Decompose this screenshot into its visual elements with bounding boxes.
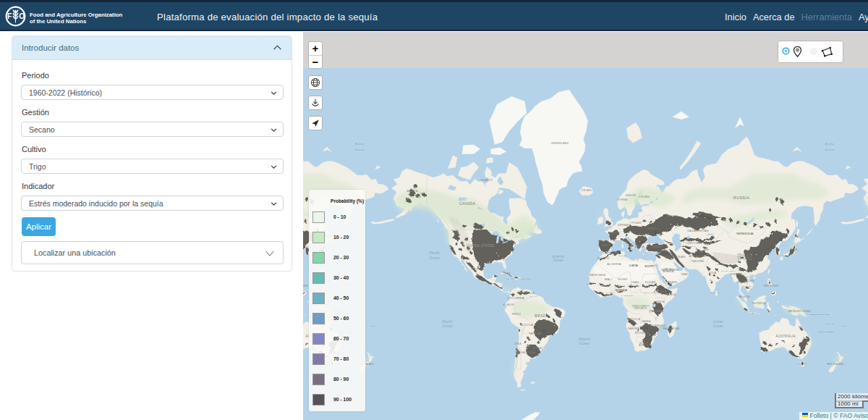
svg-text:O: O	[19, 12, 25, 20]
svg-text:F: F	[7, 12, 12, 20]
